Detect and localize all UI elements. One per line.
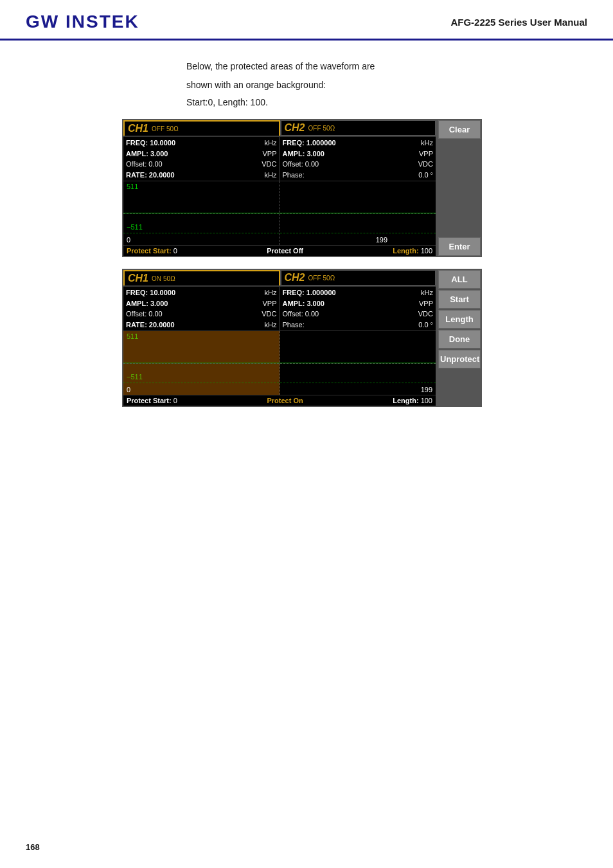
freq-row-ch1-bottom: FREQ: 10.0000 kHz [126,287,277,298]
instrument-panel-top: CH1 OFF 50Ω CH2 OFF 50Ω [122,119,437,257]
start-button[interactable]: Start [438,290,481,309]
panel-main-top: CH1 OFF 50Ω CH2 OFF 50Ω [123,120,436,256]
ampl-unit-ch2-bottom: VPP [419,298,433,309]
protect-info-bottom: Protect Start: 0 Protect On Length: 100 [123,395,436,406]
wave-num-left-top: 0 [127,236,130,244]
phase-row-ch2-top: Phase: 0.0 ° [283,170,434,181]
length-button[interactable]: Length [438,310,481,329]
waveform-top: 511 −511 0 199 [123,181,436,245]
ampl-label-ch1-top: AMPL: 3.000 [126,149,168,159]
protect-center-top: Protect Off [267,247,303,255]
length-val-bottom: 100 [421,397,432,404]
ch1-impedance-top: 50Ω [166,125,179,132]
length-val-top: 100 [421,247,432,255]
phase-val-ch2-bottom: 0.0 ° [418,320,433,330]
freq-row-ch2-top: FREQ: 1.000000 kHz [283,138,434,149]
logo: GW INSTEK [26,12,139,32]
instrument-panel-bottom: CH1 ON 50Ω CH2 OFF 50Ω [122,269,437,407]
ch2-header-bottom: CH2 OFF 50Ω [280,270,436,285]
phase-label-ch2-bottom: Phase: [283,320,305,330]
ch1-on-label-bottom: ON [152,275,161,282]
protect-start-label-bottom: Protect Start: [127,397,172,404]
spacer-top [438,140,481,236]
offset-row-ch1-top: Offset: 0.00 VDC [126,159,277,170]
offset-unit-ch1-top: VDC [262,159,276,170]
wave-svg-top [123,181,436,245]
rate-unit-ch1-bottom: kHz [265,320,277,330]
freq-unit-ch1-top: kHz [265,138,277,149]
ampl-row-ch2-top: AMPL: 3.000 VPP [283,149,434,159]
panel-bottom: CH1 ON 50Ω CH2 OFF 50Ω [122,269,587,407]
freq-label-ch1-bottom: FREQ: 10.0000 [126,287,175,298]
ch2-status-bottom: OFF [308,275,321,282]
offset-unit-ch2-top: VDC [418,159,433,170]
rate-label-ch1-bottom: RATE: 20.0000 [126,320,175,330]
ch1-header-bottom: CH1 ON 50Ω [123,270,280,285]
page-number: 168 [26,842,40,852]
ampl-unit-ch1-top: VPP [262,149,276,159]
page-header: GW INSTEK AFG-2225 Series User Manual [0,0,613,41]
ch2-status-top: OFF [308,125,321,132]
ampl-label-ch2-top: AMPL: 3.000 [283,149,324,159]
freq-label-ch2-top: FREQ: 1.000000 [283,138,336,149]
ampl-label-ch2-bottom: AMPL: 3.000 [283,298,324,309]
freq-label-ch1-top: FREQ: 10.0000 [126,138,175,149]
protect-on-label-bottom: Protect On [267,397,303,404]
intro-line2: shown with an orange background: [186,78,587,92]
offset-row-ch2-bottom: Offset: 0.00 VDC [283,309,434,320]
length-label-bottom: Length: [393,397,418,404]
ampl-unit-ch2-top: VPP [419,149,433,159]
length-label-top: Length: [393,247,418,255]
panels-container: CH1 OFF 50Ω CH2 OFF 50Ω [122,119,587,407]
ampl-row-ch1-bottom: AMPL: 3.000 VPP [126,298,277,309]
done-button[interactable]: Done [438,330,481,348]
waveform-bottom: 511 −511 0 199 [123,330,436,395]
ch2-info-bottom: FREQ: 1.000000 kHz AMPL: 3.000 VPP Offse… [280,287,436,330]
offset-unit-ch2-bottom: VDC [418,309,433,320]
phase-val-ch2-top: 0.0 ° [418,170,433,181]
info-section-bottom: FREQ: 10.0000 kHz AMPL: 3.000 VPP Offset… [123,286,436,330]
rate-row-ch1-bottom: RATE: 20.0000 kHz [126,320,277,330]
offset-row-ch2-top: Offset: 0.00 VDC [283,159,434,170]
ch1-info-top: FREQ: 10.0000 kHz AMPL: 3.000 VPP Offset… [123,137,280,181]
offset-row-ch1-bottom: Offset: 0.00 VDC [126,309,277,320]
ch-header-row-bottom: CH1 ON 50Ω CH2 OFF 50Ω [123,270,436,286]
ch1-label-bottom: CH1 [128,273,148,284]
ampl-label-ch1-bottom: AMPL: 3.000 [126,298,168,309]
clear-button[interactable]: Clear [438,120,481,139]
wave-svg-bottom [123,331,436,395]
logo-text: GW INSTEK [26,12,139,32]
ch2-label-bottom: CH2 [285,272,305,284]
phase-label-ch2-top: Phase: [283,170,305,181]
intro-sub: Start:0, Length: 100. [186,97,587,107]
ch1-info-bottom: FREQ: 10.0000 kHz AMPL: 3.000 VPP Offset… [123,287,280,330]
panel-top: CH1 OFF 50Ω CH2 OFF 50Ω [122,119,587,257]
rate-label-ch1-top: RATE: 20.0000 [126,170,175,181]
freq-row-ch1-top: FREQ: 10.0000 kHz [126,138,277,149]
unprotect-button[interactable]: Unprotect [438,350,481,368]
protect-info-top: Protect Start: 0 Protect Off Length: 100 [123,245,436,256]
intro-line1: Below, the protected areas of the wavefo… [186,60,587,73]
ch2-impedance-bottom: 50Ω [323,275,335,282]
rate-unit-ch1-top: kHz [265,170,277,181]
protect-right-bottom: Length: 100 [393,397,432,404]
freq-label-ch2-bottom: FREQ: 1.000000 [283,287,336,298]
wave-num-right-bottom: 199 [421,386,432,393]
protect-center-bottom: Protect On [267,397,303,404]
ch2-header-top: CH2 OFF 50Ω [280,120,436,136]
protect-start-label-top: Protect Start: [127,247,172,255]
ch2-label-top: CH2 [285,122,305,134]
ch-header-row-top: CH1 OFF 50Ω CH2 OFF 50Ω [123,120,436,136]
panel-main-bottom: CH1 ON 50Ω CH2 OFF 50Ω [123,270,436,406]
protect-left-bottom: Protect Start: 0 [127,397,177,404]
all-button[interactable]: ALL [438,270,481,289]
offset-label-ch2-bottom: Offset: 0.00 [283,309,319,320]
ch1-status-top: OFF [152,125,164,132]
enter-button[interactable]: Enter [438,237,481,256]
rate-row-ch1-top: RATE: 20.0000 kHz [126,170,277,181]
freq-unit-ch2-bottom: kHz [421,287,433,298]
ampl-row-ch1-top: AMPL: 3.000 VPP [126,149,277,159]
info-section-top: FREQ: 10.0000 kHz AMPL: 3.000 VPP Offset… [123,136,436,181]
freq-unit-ch1-bottom: kHz [265,287,277,298]
ch2-impedance-top: 50Ω [323,125,335,132]
